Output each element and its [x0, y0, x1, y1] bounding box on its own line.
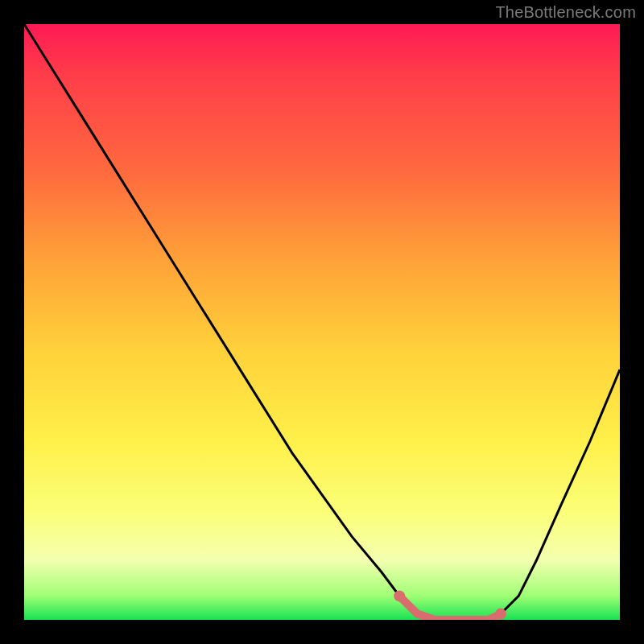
bottleneck-curve [24, 24, 620, 620]
plot-area [24, 24, 620, 620]
chart-frame: TheBottleneck.com [0, 0, 644, 644]
optimal-region-highlight [399, 596, 501, 620]
optimal-region-end-dot [495, 609, 506, 620]
attribution-text: TheBottleneck.com [495, 3, 636, 22]
curve-overlay [24, 24, 620, 620]
optimal-region-start-dot [394, 590, 405, 601]
